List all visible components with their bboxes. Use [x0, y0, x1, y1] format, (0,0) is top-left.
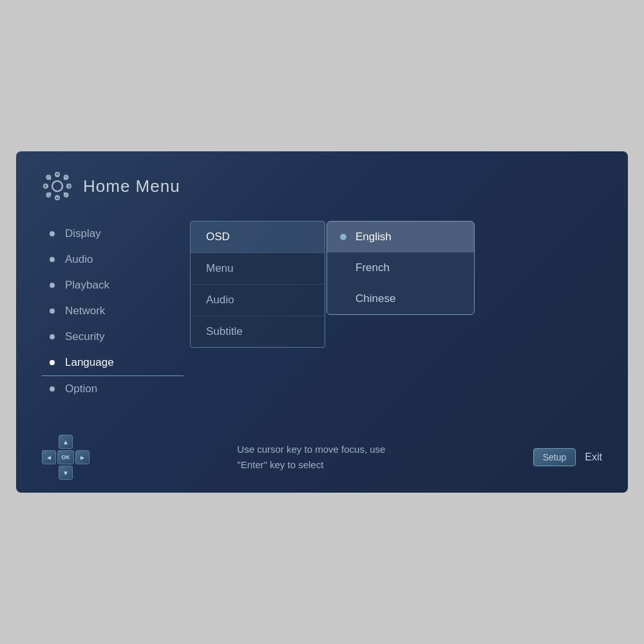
gear-icon: [42, 171, 73, 202]
mid-menu-item-menu[interactable]: Menu: [191, 253, 325, 285]
sidebar-item-playback[interactable]: Playback: [42, 272, 184, 298]
right-menu: English French Chinese: [327, 221, 475, 315]
sidebar-item-option[interactable]: Option: [42, 376, 184, 402]
left-menu: Display Audio Playback Network Security …: [42, 221, 184, 402]
bullet-dot: [50, 231, 55, 236]
right-menu-item-english[interactable]: English: [327, 222, 474, 252]
home-menu-screen: Home Menu Display Audio Playback Network: [16, 151, 628, 493]
page-title: Home Menu: [83, 176, 180, 196]
bullet-dot: [50, 257, 55, 262]
dpad-down-button[interactable]: ▼: [59, 466, 73, 480]
mid-menu-item-osd[interactable]: OSD: [191, 222, 325, 253]
bullet-dot: [50, 308, 55, 314]
sidebar-item-network[interactable]: Network: [42, 298, 184, 324]
header: Home Menu: [42, 171, 602, 202]
exit-label[interactable]: Exit: [585, 451, 602, 463]
action-buttons: Setup Exit: [533, 448, 602, 466]
mid-menu-item-subtitle[interactable]: Subtitle: [191, 316, 325, 347]
selected-dot: [340, 234, 346, 240]
dpad-controller: ▲ ◄ OK ► ▼: [42, 435, 90, 480]
sidebar-item-audio[interactable]: Audio: [42, 247, 184, 272]
right-menu-item-chinese[interactable]: Chinese: [327, 283, 474, 314]
dpad-ok-button[interactable]: OK: [57, 450, 74, 464]
dpad-right-button[interactable]: ►: [75, 450, 90, 464]
sidebar-item-language[interactable]: Language: [42, 350, 184, 376]
bullet-dot: [50, 334, 55, 339]
hint-text: Use cursor key to move focus, use "Enter…: [237, 442, 385, 473]
sidebar-item-display[interactable]: Display: [42, 221, 184, 247]
menu-area: Display Audio Playback Network Security …: [42, 221, 602, 402]
dpad-left-button[interactable]: ◄: [42, 450, 56, 464]
right-menu-item-french[interactable]: French: [327, 252, 474, 283]
mid-menu-item-audio[interactable]: Audio: [191, 285, 325, 316]
sidebar-item-security[interactable]: Security: [42, 324, 184, 350]
setup-button[interactable]: Setup: [533, 448, 576, 466]
mid-menu: OSD Menu Audio Subtitle: [190, 221, 325, 348]
bottom-area: ▲ ◄ OK ► ▼ Use cursor key to move focus,…: [42, 435, 602, 480]
bullet-dot: [50, 386, 55, 392]
bullet-dot: [50, 360, 55, 365]
svg-point-0: [52, 181, 62, 191]
dpad-up-button[interactable]: ▲: [59, 435, 73, 449]
bullet-dot: [50, 283, 55, 288]
